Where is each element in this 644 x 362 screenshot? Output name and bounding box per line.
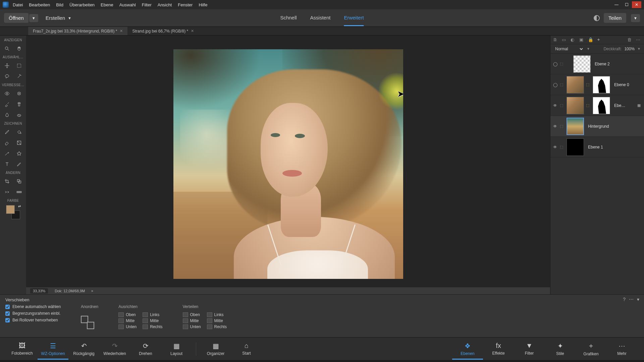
layer-lock-icon[interactable]: ⬚ xyxy=(560,103,565,108)
sponge-tool[interactable] xyxy=(14,111,24,119)
doctab-1[interactable]: Strand.jpg bei 66,7% (RGB/8) * ✕ xyxy=(127,27,199,35)
menu-filter[interactable]: Filter xyxy=(142,2,152,7)
menu-fenster[interactable]: Fenster xyxy=(178,2,193,7)
lasso-tool[interactable] xyxy=(2,72,12,81)
layer-lock-icon[interactable]: ⬚ xyxy=(560,62,565,66)
layer-mask-thumbnail[interactable] xyxy=(593,76,610,94)
create-button[interactable]: Erstellen▼ xyxy=(46,15,71,21)
layer-visibility-icon[interactable]: ◯ xyxy=(552,62,558,66)
layer-name[interactable]: Ebene 1 xyxy=(586,145,642,149)
menu-ansicht[interactable]: Ansicht xyxy=(158,2,172,7)
distribute-top[interactable]: Oben xyxy=(183,312,201,317)
align-bottom[interactable]: Unten xyxy=(118,324,137,329)
delete-layer-icon[interactable]: 🗑 xyxy=(627,37,633,43)
new-layer-icon[interactable]: 🗎 xyxy=(553,37,558,43)
bb-redo[interactable]: ↷Wiederholen xyxy=(99,342,130,356)
layer-thumbnail[interactable] xyxy=(567,97,584,114)
distribute-right[interactable]: Rechts xyxy=(207,324,227,329)
layer-name[interactable]: Ebene 2 xyxy=(593,62,642,66)
opacity-value[interactable]: 100% xyxy=(624,47,635,51)
color-swatches[interactable]: ⇄ xyxy=(6,205,20,219)
hand-tool[interactable] xyxy=(14,44,24,53)
bb-rotate[interactable]: ⟳Drehen xyxy=(130,342,161,356)
shape-tool[interactable] xyxy=(14,149,24,158)
distribute-middle[interactable]: Mitte xyxy=(183,318,201,323)
menu-datei[interactable]: Datei xyxy=(13,2,23,7)
layer-thumbnail[interactable] xyxy=(573,55,591,73)
content-move-tool[interactable] xyxy=(2,188,12,196)
layer-row-1[interactable]: ◯ ⬚ ⬚ Ebene 0 xyxy=(550,74,644,95)
lock-icon[interactable]: 🔒 xyxy=(588,37,593,43)
distribute-bottom[interactable]: Unten xyxy=(183,324,201,329)
check-rollover[interactable]: Bei Rollover hervorheben xyxy=(5,318,61,322)
redeye-tool[interactable] xyxy=(2,89,12,98)
brush-tool[interactable] xyxy=(2,128,12,136)
layer-row-0[interactable]: ◯ ⬚ Ebene 2 xyxy=(550,54,644,74)
mode-quick[interactable]: Schnell xyxy=(280,10,297,26)
bb-wz-optionen[interactable]: ☰WZ-Optionen xyxy=(38,342,68,360)
layer-thumbnail[interactable] xyxy=(567,76,584,94)
layer-name[interactable]: Ebene 0 xyxy=(612,82,642,87)
menu-hilfe[interactable]: Hilfe xyxy=(199,2,207,7)
gradient-tool[interactable] xyxy=(14,138,24,147)
status-zoom[interactable]: 33,33% xyxy=(30,288,48,294)
spot-heal-tool[interactable] xyxy=(14,89,24,98)
layer-name[interactable]: Hintergrund xyxy=(586,124,642,129)
doctab-1-close-icon[interactable]: ✕ xyxy=(191,29,194,33)
layer-row-3[interactable]: 👁 ⬚ Hintergrund xyxy=(550,116,644,137)
align-top[interactable]: Oben xyxy=(118,312,137,317)
status-arrow-icon[interactable]: ▸ xyxy=(92,289,94,293)
mode-guided[interactable]: Assistent xyxy=(310,10,331,26)
mask-icon[interactable]: ▣ xyxy=(579,37,585,43)
pencil-tool[interactable] xyxy=(14,160,24,169)
layer-lock-icon[interactable]: ⬚ xyxy=(560,124,565,128)
panel-menu-icon[interactable]: ⋯ xyxy=(636,37,641,43)
eyedropper-tool[interactable] xyxy=(2,149,12,158)
blur-tool[interactable] xyxy=(2,111,12,119)
options-collapse-icon[interactable]: ▾ xyxy=(637,297,639,302)
layer-name[interactable]: Ebe… xyxy=(612,103,635,108)
maximize-button[interactable]: ☐ xyxy=(622,1,631,8)
move-tool[interactable] xyxy=(2,61,12,70)
straighten-tool[interactable] xyxy=(14,188,24,196)
minimize-button[interactable]: — xyxy=(612,1,621,8)
bb-mehr[interactable]: ⋯Mehr xyxy=(606,342,637,356)
bb-organizer[interactable]: ▦Organizer xyxy=(200,342,231,356)
clone-tool[interactable] xyxy=(14,100,24,109)
menu-bearbeiten[interactable]: Bearbeiten xyxy=(29,2,50,7)
doctab-0-close-icon[interactable]: ✕ xyxy=(120,29,123,33)
align-center[interactable]: Mitte xyxy=(143,318,162,323)
layer-visibility-icon[interactable]: 👁 xyxy=(552,124,558,129)
document-image[interactable]: ➤ xyxy=(173,49,403,279)
align-middle[interactable]: Mitte xyxy=(118,318,137,323)
menu-auswahl[interactable]: Auswahl xyxy=(119,2,136,7)
text-tool[interactable] xyxy=(2,160,12,169)
layer-visibility-icon[interactable]: ◯ xyxy=(552,82,558,87)
check-auto-select[interactable]: Ebene automatisch wählen xyxy=(5,304,61,309)
menu-ueberarbeiten[interactable]: Überarbeiten xyxy=(69,2,95,7)
layer-link-icon[interactable]: ⬚ xyxy=(586,82,591,87)
open-button[interactable]: Öffnen xyxy=(4,13,29,23)
layer-thumbnail[interactable] xyxy=(567,138,584,156)
check-bounding-box[interactable]: Begrenzungsrahmen einbl. xyxy=(5,311,61,316)
wand-tool[interactable] xyxy=(14,72,24,81)
close-button[interactable]: ✕ xyxy=(632,1,641,8)
foreground-color-swatch[interactable] xyxy=(6,205,15,214)
bb-grafiken[interactable]: ＋Grafiken xyxy=(576,341,606,356)
bb-filter[interactable]: ▼Filter xyxy=(514,342,545,356)
adjustment-layer-icon[interactable]: ◐ xyxy=(571,37,576,43)
layer-thumbnail[interactable] xyxy=(567,118,584,135)
recompose-tool[interactable] xyxy=(14,177,24,186)
help-icon[interactable]: ? xyxy=(623,297,626,302)
zoom-tool[interactable] xyxy=(2,44,12,53)
layer-row-2[interactable]: 👁 ⬚ ⬚ Ebe… ▦ xyxy=(550,95,644,116)
menu-ebene[interactable]: Ebene xyxy=(101,2,113,7)
bucket-tool[interactable] xyxy=(14,128,24,136)
fx-icon[interactable]: ✦ xyxy=(597,37,602,43)
share-dropdown[interactable]: ▼ xyxy=(631,14,640,22)
options-menu-icon[interactable]: ⋯ xyxy=(629,297,634,302)
layer-visibility-icon[interactable]: 👁 xyxy=(552,145,558,149)
layer-lock-icon[interactable]: ⬚ xyxy=(560,145,565,149)
blend-mode-select[interactable]: Normal xyxy=(554,46,584,52)
arrange-icon[interactable] xyxy=(81,316,94,329)
